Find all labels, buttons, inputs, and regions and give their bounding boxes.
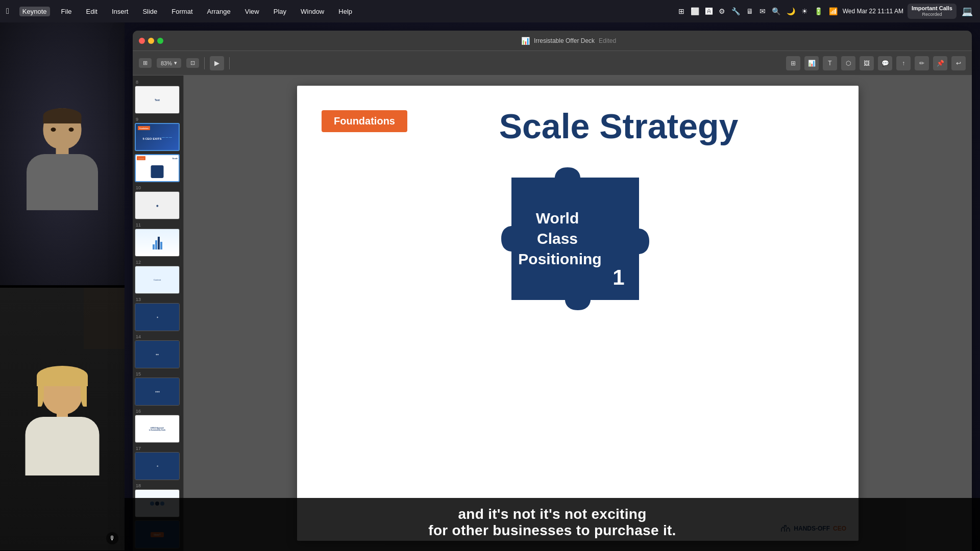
slide-thumb-14[interactable]: 14 ◈◈ [135,334,181,368]
slide-thumb-11[interactable]: 11 [135,222,181,257]
slide-main-area: Foundations Scale Strategy 1 [184,76,972,551]
slide-num-11: 11 [135,222,181,228]
brightness-icon[interactable]: ☀ [800,6,809,16]
slide-thumb-active[interactable]: Foundations Scale [135,154,181,182]
slide-panel[interactable]: 8 Text 9 Foun [133,76,184,551]
slide-thumb-8[interactable]: 8 Text [135,80,181,114]
toolbar-shape-btn[interactable]: ⬡ [841,56,855,70]
slide-num-16: 16 [135,409,181,414]
close-button[interactable] [139,38,145,44]
play-icon: ▶ [214,59,219,67]
toolbar-media-btn[interactable]: 🖼 [860,56,874,70]
slide-thumb-13[interactable]: 13 ◈ [135,297,181,331]
menu-help[interactable]: Help [335,7,355,16]
menu-window[interactable]: Window [298,7,327,16]
slide-preview-17: ⊕ [135,452,180,480]
subtitle-line1: and it's not it's not exciting [135,506,970,522]
menu-edit[interactable]: Edit [83,7,101,16]
monitor-icon[interactable]: 🖥 [745,6,754,16]
settings-icon[interactable]: ⚙ [718,6,726,16]
appstore-icon[interactable]: 🅰 [704,6,714,16]
minimize-button[interactable] [148,38,154,44]
fullscreen-button[interactable] [157,38,163,44]
menu-arrange[interactable]: Arrange [204,7,234,16]
slide-preview-10: ◉ [135,191,180,219]
slide-num-14: 14 [135,334,181,339]
slide-num-10: 10 [135,185,181,190]
camera-top-bg [0,22,125,285]
macintosh-hd-icon[interactable]: 💻 [961,5,974,18]
toolbar-table-btn[interactable]: ⊞ [786,56,800,70]
slide-thumb-10[interactable]: 10 ◉ [135,185,181,219]
slide-thumb-17[interactable]: 17 ⊕ [135,446,181,480]
window-filename: Irresistable Offer Deck [534,37,595,44]
recorded-calls-badge[interactable]: Important Calls Recorded [908,4,957,19]
toolbar-view-btn[interactable]: ⊞ [139,58,152,68]
toolbar-separator-2 [229,57,230,69]
toolbar-chart-btn[interactable]: 📊 [804,56,819,70]
slide-num-12: 12 [135,260,181,265]
toolbar-undo-btn[interactable]: ↩ [951,56,966,70]
recorded-badge-sub: Recorded [922,12,942,18]
slide-num-9: 9 [135,117,181,122]
menu-file[interactable]: File [58,7,75,16]
wifi-icon[interactable]: 📶 [828,6,839,16]
main-content-area: 📊 Irresistable Offer Deck Edited ⊞ 83% ▾… [125,22,980,551]
apple-menu-icon[interactable]:  [6,7,9,16]
slide-preview-9: Foundations 5 CEO EXITS [135,123,180,151]
slide-preview-15: ◈◈◈ [135,378,180,406]
slide-preview-active: Foundations Scale [135,154,180,182]
slide-preview-8: Text [135,86,180,114]
subtitle-bar: and it's not it's not exciting for other… [125,498,980,551]
subtitle-line2: for other businesses to purchase it. [135,522,970,539]
toolbar-format-btn[interactable]: ✏ [915,56,929,70]
toolbar-share-btn[interactable]: ↑ [896,56,911,70]
menu-play[interactable]: Play [271,7,289,16]
slide-num-18: 18 [135,483,181,488]
slide-preview-12: Content [135,266,180,294]
slide-canvas: Foundations Scale Strategy 1 [297,86,859,541]
slide-thumb-9[interactable]: 9 Foundations 5 CEO EXITS [135,117,181,151]
menu-keynote[interactable]: Keynote [19,7,50,16]
menu-slide[interactable]: Slide [139,7,160,16]
toolbar-fit-btn[interactable]: ⊡ [186,58,199,68]
camera-bottom-bg: 🎙 [0,288,125,550]
slide-thumb-12[interactable]: 12 Content [135,260,181,294]
menu-view[interactable]: View [242,7,262,16]
toolbar-comment-btn[interactable]: 💬 [878,56,892,70]
menu-format[interactable]: Format [168,7,195,16]
mic-indicator: 🎙 [106,532,118,544]
search-icon[interactable]: 🔍 [771,6,781,16]
toolbar-zoom-btn[interactable]: 83% ▾ [157,58,181,68]
slide-num-13: 13 [135,297,181,302]
menu-insert[interactable]: Insert [109,7,132,16]
window-traffic-lights [139,38,163,44]
slide-num-8: 8 [135,80,181,85]
recorded-badge-title: Important Calls [912,5,952,12]
window-titlebar: 📊 Irresistable Offer Deck Edited [133,31,972,51]
svg-text:1: 1 [612,265,624,289]
toolbar-separator-1 [204,57,205,69]
battery-icon[interactable]: 🔋 [813,6,824,16]
moon-icon[interactable]: 🌙 [786,6,796,16]
toolbar-text-btn[interactable]: T [823,56,837,70]
finder-icon[interactable]: ⬜ [690,6,700,16]
toolbar-right-controls: ⊞ 📊 T ⬡ 🖼 💬 ↑ ✏ 📌 ↩ [786,56,966,70]
fit-icon: ⊡ [190,60,195,66]
foundations-badge: Foundations [322,110,407,132]
slide-thumb-15[interactable]: 15 ◈◈◈ [135,371,181,406]
view-icon: ⊞ [143,60,148,66]
slide-thumb-16[interactable]: 16 A BOLD Approachto Sustainability Goal… [135,409,181,443]
mail-icon[interactable]: ✉ [758,6,767,16]
toolbar-play-button[interactable]: ▶ [210,56,224,70]
slide-preview-16: A BOLD Approachto Sustainability Goals [135,415,180,443]
extensions-icon[interactable]: ⊞ [677,6,685,16]
window-title-area: 📊 Irresistable Offer Deck Edited [172,37,966,45]
puzzle-piece-container: 1 World Class Positioning [496,167,659,331]
puzzle-svg: 1 World Class Positioning [496,167,659,331]
toolbar-pin-btn[interactable]: 📌 [933,56,947,70]
slide-title: Scale Strategy [399,106,838,146]
slide-preview-14: ◈◈ [135,340,180,368]
slide-preview-13: ◈ [135,303,180,331]
tools-icon[interactable]: 🔧 [730,6,741,16]
